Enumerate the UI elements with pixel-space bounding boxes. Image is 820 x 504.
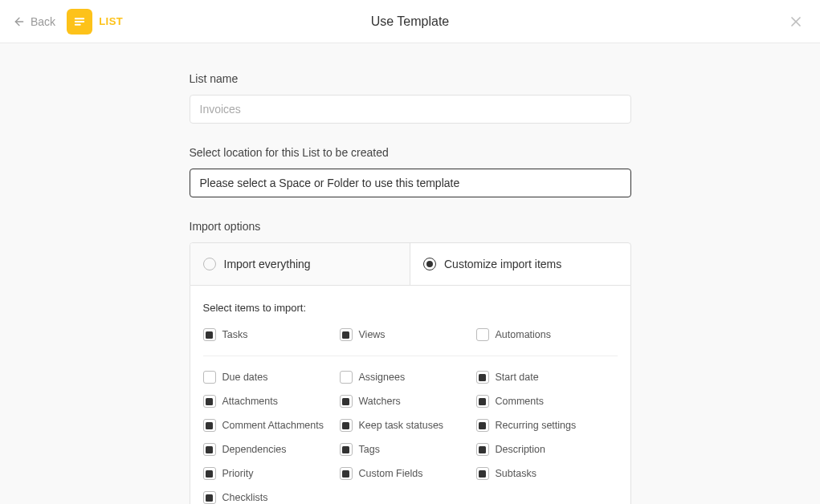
radio-circle-icon	[203, 258, 216, 270]
modal-title: Use Template	[371, 14, 450, 29]
list-badge-label: LIST	[99, 15, 123, 27]
checkbox-item[interactable]: Dependencies	[203, 443, 340, 456]
import-options-label: Import options	[190, 220, 631, 233]
close-button[interactable]	[785, 10, 807, 33]
checkbox-icon	[203, 443, 216, 456]
checkbox-icon	[340, 371, 353, 384]
radio-circle-icon	[423, 258, 436, 270]
checkbox-label: Dependencies	[222, 444, 287, 455]
list-name-label: List name	[190, 72, 631, 85]
checkbox-item[interactable]: Comment Attachments	[203, 419, 340, 432]
checkbox-icon	[203, 395, 216, 408]
checkbox-label: Keep task statuses	[359, 420, 444, 431]
checkbox-item[interactable]: Views	[340, 328, 476, 341]
select-items-label: Select items to import:	[203, 302, 618, 314]
location-select[interactable]: Please select a Space or Folder to use t…	[190, 169, 631, 197]
list-name-input[interactable]	[190, 95, 631, 124]
checkbox-label: Due dates	[222, 372, 268, 383]
checkbox-item[interactable]: Keep task statuses	[340, 419, 476, 432]
checkbox-label: Views	[359, 329, 386, 340]
checkbox-label: Recurring settings	[496, 420, 577, 431]
checkbox-icon	[476, 443, 489, 456]
arrow-left-icon	[13, 15, 26, 28]
checkbox-item[interactable]: Due dates	[203, 371, 340, 384]
checkbox-label: Priority	[222, 468, 254, 479]
checkbox-item[interactable]: Checklists	[203, 491, 340, 504]
modal-body: List name Select location for this List …	[0, 43, 820, 504]
checkbox-icon	[203, 328, 216, 341]
checkbox-item[interactable]: Automations	[476, 328, 613, 341]
checkbox-label: Start date	[496, 372, 539, 383]
checkbox-icon	[340, 419, 353, 432]
checkbox-item[interactable]: Comments	[476, 395, 613, 408]
checkbox-icon	[476, 328, 489, 341]
modal-header: Back LIST Use Template	[0, 0, 820, 43]
checkbox-icon	[476, 395, 489, 408]
checkbox-item[interactable]: Custom Fields	[340, 467, 476, 480]
list-name-group: List name	[190, 72, 631, 124]
location-group: Select location for this List to be crea…	[190, 146, 631, 197]
checkbox-label: Description	[496, 444, 546, 455]
checkbox-item[interactable]: Priority	[203, 467, 340, 480]
radio-customize-import[interactable]: Customize import items	[410, 243, 630, 285]
checkbox-item[interactable]: Subtasks	[476, 467, 613, 480]
location-placeholder: Please select a Space or Folder to use t…	[200, 177, 460, 189]
checkbox-label: Watchers	[359, 396, 401, 407]
back-label: Back	[31, 15, 55, 28]
list-icon	[67, 9, 92, 35]
checkbox-icon	[203, 467, 216, 480]
checkbox-label: Automations	[496, 329, 551, 340]
checkbox-item[interactable]: Assignees	[340, 371, 476, 384]
checkbox-item[interactable]: Attachments	[203, 395, 340, 408]
import-mode-radio-group: Import everything Customize import items	[190, 242, 631, 286]
checkbox-icon	[203, 419, 216, 432]
back-button[interactable]: Back	[13, 15, 55, 28]
import-options-group: Import options Import everything Customi…	[190, 220, 631, 504]
checkbox-item[interactable]: Recurring settings	[476, 419, 613, 432]
checkbox-label: Tags	[359, 444, 380, 455]
top-checkbox-grid: TasksViewsAutomations	[203, 328, 618, 356]
checkbox-item[interactable]: Tasks	[203, 328, 340, 341]
location-label: Select location for this List to be crea…	[190, 146, 631, 159]
checkbox-label: Checklists	[222, 492, 268, 503]
checkbox-icon	[476, 371, 489, 384]
radio-label: Import everything	[224, 258, 311, 270]
radio-dot-icon	[426, 261, 433, 267]
checkbox-icon	[476, 419, 489, 432]
checkbox-item[interactable]: Description	[476, 443, 613, 456]
checkbox-item[interactable]: Tags	[340, 443, 476, 456]
list-badge: LIST	[67, 9, 123, 35]
checkbox-icon	[476, 467, 489, 480]
radio-label: Customize import items	[444, 258, 561, 270]
checkbox-label: Custom Fields	[359, 468, 423, 479]
checkbox-label: Assignees	[359, 372, 406, 383]
checkbox-icon	[340, 443, 353, 456]
checkbox-item[interactable]: Start date	[476, 371, 613, 384]
checkbox-icon	[203, 371, 216, 384]
checkbox-label: Comments	[496, 396, 544, 407]
checkbox-icon	[203, 491, 216, 504]
checkbox-icon	[340, 328, 353, 341]
import-items-panel: Select items to import: TasksViewsAutoma…	[190, 286, 631, 504]
checkbox-item[interactable]: Watchers	[340, 395, 476, 408]
checkbox-label: Tasks	[222, 329, 248, 340]
form-content: List name Select location for this List …	[190, 43, 631, 504]
checkbox-icon	[340, 395, 353, 408]
checkbox-label: Subtasks	[496, 468, 536, 479]
close-icon	[788, 14, 804, 30]
radio-import-everything[interactable]: Import everything	[190, 243, 411, 285]
checkbox-icon	[340, 467, 353, 480]
checkbox-label: Attachments	[222, 396, 278, 407]
checkbox-label: Comment Attachments	[222, 420, 324, 431]
bottom-checkbox-grid: Due datesAssigneesStart dateAttachmentsW…	[203, 371, 618, 504]
